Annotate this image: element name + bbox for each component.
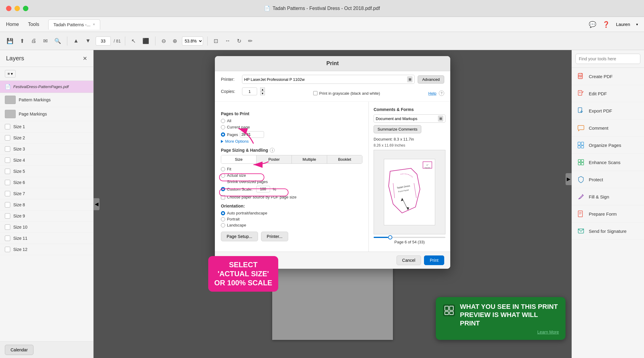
layer-checkbox[interactable] [5,180,10,185]
fit-page-button[interactable]: ⊡ [212,36,220,46]
tool-enhance-scans[interactable]: Enhance Scans [572,154,644,171]
radio-custom-scale[interactable] [221,187,225,191]
radio-landscape[interactable] [221,223,225,227]
more-options-row[interactable]: More Options [221,139,362,144]
marquee-tool-button[interactable]: ⬛ [141,36,151,46]
close-window-dot[interactable] [6,6,11,11]
summarize-button[interactable]: Summarize Comments [374,125,421,133]
print-button[interactable]: 🖨 [29,36,38,46]
layer-checkbox[interactable] [5,135,10,141]
save-button[interactable]: 💾 [5,36,15,46]
advanced-button[interactable]: Advanced [418,75,444,84]
print-dialog-button[interactable]: Print [424,255,444,265]
radio-all[interactable] [221,119,225,123]
radio-actual-size[interactable] [221,173,225,178]
tools-search-input[interactable] [575,54,640,64]
tab-booklet[interactable]: Booklet [327,155,362,163]
layer-checkbox[interactable] [5,213,10,219]
tab-size[interactable]: Size [221,155,257,163]
page-source-checkbox[interactable] [221,195,225,199]
maximize-window-dot[interactable] [23,6,28,11]
help-circle-icon[interactable]: ? [439,90,444,96]
printer-setup-button[interactable]: Printer... [261,232,288,241]
sidebar-menu-button[interactable]: ≡ ▾ [5,70,16,78]
list-item[interactable]: Size 11 [0,233,93,244]
tool-send-signature[interactable]: Send for Signature [572,223,644,240]
page-setup-button[interactable]: Page Setup... [221,232,258,241]
list-item[interactable]: Size 7 [0,188,93,199]
layer-checkbox[interactable] [5,202,10,208]
tool-prepare-form[interactable]: Prepare Form [572,205,644,223]
learn-more-link[interactable]: Learn More [460,330,559,334]
copies-down-button[interactable]: ▼ [260,91,265,95]
window-controls[interactable] [6,6,28,11]
sidebar-file-row[interactable]: 📄 FestivalDress-PatternPages.pdf [0,81,93,93]
radio-pages[interactable] [221,132,225,137]
tool-export-pdf[interactable]: Export PDF [572,102,644,119]
list-item[interactable]: Size 9 [0,211,93,222]
search-button[interactable]: 🔍 [53,36,63,46]
user-chevron[interactable]: ▾ [636,22,638,27]
fit-width-button[interactable]: ↔ [223,36,232,46]
layer-checkbox[interactable] [5,169,10,174]
list-item[interactable]: Size 1 [0,121,93,132]
tool-edit-pdf[interactable]: Edit PDF [572,85,644,102]
help-link[interactable]: Help [428,91,436,96]
next-page-button[interactable]: ▼ [84,36,93,46]
radio-auto[interactable] [221,211,225,215]
minimize-window-dot[interactable] [14,6,20,11]
cursor-tool-button[interactable]: ↖ [129,36,138,46]
tab-close-icon[interactable]: × [93,22,95,27]
zoom-in-button[interactable]: ⊕ [171,36,179,46]
help-icon[interactable]: ❓ [602,21,610,28]
list-item[interactable]: Size 8 [0,199,93,211]
tool-organize-pages[interactable]: Organize Pages [572,137,644,154]
cancel-button[interactable]: Cancel [397,255,421,265]
tool-comment[interactable]: Comment [572,119,644,137]
sidebar-close-button[interactable]: ✕ [83,55,87,62]
list-item[interactable]: Size 6 [0,177,93,188]
upload-button[interactable]: ⬆ [18,36,26,46]
menu-tools[interactable]: Tools [28,22,39,27]
layer-checkbox[interactable] [5,191,10,196]
copies-up-button[interactable]: ▲ [260,87,265,91]
zoom-out-button[interactable]: ⊖ [160,36,168,46]
page-number-input[interactable] [96,36,111,46]
radio-fit[interactable] [221,167,225,171]
calendar-button[interactable]: Calendar [5,345,33,355]
layer-checkbox[interactable] [5,236,10,241]
list-item[interactable]: Size 5 [0,166,93,177]
tool-create-pdf[interactable]: PDF Create PDF [572,68,644,85]
tool-protect[interactable]: Protect [572,171,644,188]
layer-checkbox[interactable] [5,146,10,152]
mail-button[interactable]: ✉ [41,36,49,46]
tab-multiple[interactable]: Multiple [292,155,327,163]
layer-checkbox[interactable] [5,224,10,230]
grayscale-checkbox[interactable] [313,91,317,95]
list-item[interactable]: Size 2 [0,132,93,144]
rotate-button[interactable]: ↻ [235,36,243,46]
list-item[interactable]: Size 4 [0,155,93,166]
layer-checkbox[interactable] [5,157,10,163]
list-item[interactable]: Size 12 [0,244,93,255]
pages-range-input[interactable] [240,131,264,138]
document-tab[interactable]: Tadah Patterns -... × [48,19,100,30]
list-item[interactable]: Pattern Markings [0,93,93,107]
tab-poster[interactable]: Poster [257,155,292,163]
copies-input[interactable] [242,87,257,95]
list-item[interactable]: Size 10 [0,222,93,233]
menu-home[interactable]: Home [6,22,19,27]
prev-page-button[interactable]: ▲ [72,36,81,46]
page-sizing-info-icon[interactable]: i [270,148,275,153]
zoom-select[interactable]: 53.8% 100% 75% 150% [182,36,203,46]
custom-scale-input[interactable] [256,186,270,192]
layer-checkbox[interactable] [5,124,10,129]
user-name[interactable]: Lauren [616,22,630,27]
list-item[interactable]: Page Markings [0,107,93,121]
chat-icon[interactable]: 💬 [589,21,596,28]
comments-select[interactable]: Document and Markups ⊞ [374,114,445,123]
radio-current[interactable] [221,125,225,129]
layer-checkbox[interactable] [5,247,10,252]
annotate-button[interactable]: ✏ [246,36,254,46]
list-item[interactable]: Size 3 [0,144,93,155]
